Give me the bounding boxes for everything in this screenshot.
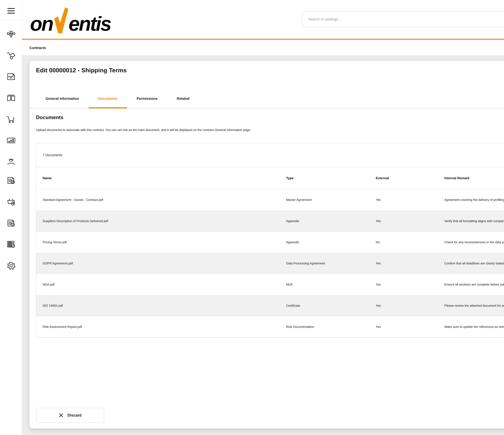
documents-table: 7 Documents NameTypeExternalInternal Rem… [36, 143, 504, 338]
cell-external: Yes [376, 325, 444, 329]
svg-text:§: § [12, 223, 14, 226]
cell-name: Suppliers Description of Products Delive… [36, 219, 286, 223]
logo-text-entis: entis [69, 15, 111, 33]
cell-type: Master Agreement [286, 198, 376, 202]
contract-edit-card: Edit 00000012 - Shipping Terms General I… [29, 61, 504, 428]
cell-name: Pricing Terms.pdf [36, 240, 286, 244]
tab-documents[interactable]: Documents [89, 89, 127, 108]
cell-external: Yes [376, 219, 444, 223]
documents-section-heading: Documents [36, 114, 63, 120]
cell-external: Yes [376, 283, 444, 286]
cell-name: GDPR Agreement.pdf [36, 261, 286, 265]
search-input[interactable] [302, 11, 504, 27]
table-row: Standard Agreement - Goods - Contract.pd… [36, 189, 504, 210]
tab-bar: General InformationDocumentsPermissionsR… [29, 89, 504, 108]
documents-section-description: Upload documents to associate with this … [36, 128, 251, 132]
page-title: Edit 00000012 - Shipping Terms [36, 67, 126, 74]
breadcrumb-bar: Contracts [22, 40, 504, 55]
table-row: Risk Assessment Report.pdfRisk Documenta… [36, 316, 504, 337]
cell-external: Yes [376, 304, 444, 307]
column-header-type: Type [286, 176, 376, 180]
table-row: Pricing Terms.pdfAppendixNoCheck for any… [36, 232, 504, 253]
bee-icon[interactable] [6, 30, 16, 39]
supplier-user-icon[interactable] [6, 157, 16, 166]
documents-count: 7 Documents [36, 143, 504, 167]
task-list-check-icon[interactable] [6, 239, 16, 249]
cell-type: Data Processing Agreement [286, 261, 376, 265]
close-icon [59, 413, 63, 418]
table-header-row: NameTypeExternalInternal RemarkMain Docu… [36, 167, 504, 189]
sidebar-divider [0, 20, 22, 20]
tab-permissions[interactable]: Permissions [127, 89, 167, 108]
cell-external: Yes [376, 198, 444, 202]
table-row: NDA.pdfNDAYesEnsure all sections are com… [36, 274, 504, 295]
menu-hamburger-icon[interactable] [8, 8, 15, 15]
cell-name: NDA.pdf [36, 283, 286, 286]
logo-check-icon [53, 7, 68, 34]
cell-external: No [376, 240, 444, 244]
discard-button[interactable]: Discard [36, 408, 104, 423]
analytics-chart-icon[interactable] [6, 136, 16, 145]
cell-name: ISO 14001.pdf [36, 304, 286, 307]
invoice-percent-icon[interactable] [6, 176, 16, 186]
cell-internal-remark: Make sure to update the references as ne… [444, 325, 504, 329]
cell-type: Risk Documentation [286, 325, 376, 329]
cell-internal-remark: Confirm that all deadlines are clearly s… [444, 261, 504, 265]
cell-internal-remark: Please review the attached document for … [444, 304, 504, 307]
table-body: Standard Agreement - Goods - Contract.pd… [36, 189, 504, 337]
cell-external: Yes [376, 261, 444, 265]
catalog-book-icon[interactable] [6, 93, 16, 103]
contract-handshake-icon[interactable] [6, 72, 16, 81]
cell-internal-remark: Agreement covering the delivery of profi… [444, 198, 504, 202]
table-row: Suppliers Description of Products Delive… [36, 210, 504, 232]
cart-icon[interactable] [6, 114, 16, 124]
table-row: ISO 14001.pdfCertificateYesPlease review… [36, 295, 504, 316]
cell-internal-remark: Check for any inconsistencies in the dat… [444, 240, 504, 244]
cell-type: Certificate [286, 304, 376, 307]
order-clock-icon[interactable] [6, 197, 16, 207]
table-row: GDPR Agreement.pdfData Processing Agreem… [36, 253, 504, 274]
cell-type: Appendix [286, 219, 376, 223]
cell-name: Risk Assessment Report.pdf [36, 325, 286, 329]
cell-type: NDA [286, 283, 376, 286]
onventis-logo[interactable]: on entis [30, 3, 111, 33]
column-header-name: Name [36, 176, 286, 180]
catalog-search [302, 11, 504, 27]
column-header-internal-remark: Internal Remark [444, 176, 504, 180]
cell-internal-remark: Ensure all sections are complete before … [444, 283, 504, 286]
sidebar: § [0, 0, 22, 435]
cell-name: Standard Agreement - Goods - Contract.pd… [36, 198, 286, 202]
cell-internal-remark: Verify that all formatting aligns with c… [444, 219, 504, 223]
hand-truck-icon[interactable] [6, 51, 16, 60]
discard-button-label: Discard [67, 413, 81, 418]
logo-text-on: on [30, 15, 53, 33]
cell-type: Appendix [286, 240, 376, 244]
breadcrumb[interactable]: Contracts [29, 46, 46, 50]
tab-general-information[interactable]: General Information [36, 89, 89, 108]
tab-related[interactable]: Related [167, 89, 199, 108]
column-header-external: External [376, 176, 444, 180]
top-header: on entis ? CM [22, 0, 504, 40]
contract-paragraph-icon[interactable]: § [6, 219, 16, 228]
settings-gear-icon[interactable] [6, 261, 16, 270]
